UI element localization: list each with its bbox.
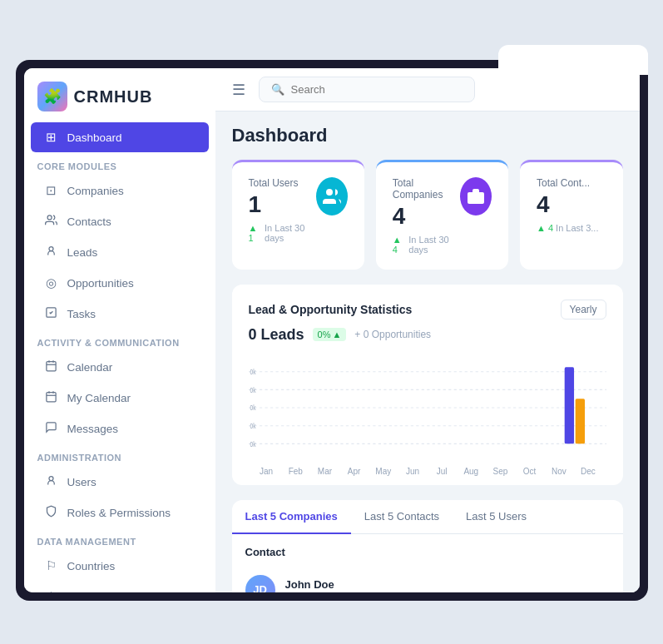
stat-label: Total Users	[249, 177, 316, 189]
stat-card-total-contacts: Total Cont... 4 ▲ 4 In Last 3...	[520, 160, 622, 270]
svg-point-1	[49, 247, 53, 251]
contact-info: John Doe john.doe@2tinteractive.com	[285, 578, 610, 592]
chart-x-labels: Jan Feb Mar Apr May Jun Jul Aug Sep Oct …	[249, 467, 606, 476]
page-body: Dashboard Total Users 1 ▲ 1 In Last 30 d…	[215, 111, 640, 592]
x-label-nov: Nov	[544, 467, 573, 476]
tab-last5companies[interactable]: Last 5 Companies	[232, 500, 351, 534]
chart-header: Lead & Opportunity Statistics Yearly	[249, 300, 606, 320]
chart-section: Lead & Opportunity Statistics Yearly 0 L…	[232, 285, 623, 485]
sidebar-item-companies[interactable]: ⊡ Companies	[31, 176, 209, 206]
tab-last5users[interactable]: Last 5 Users	[453, 500, 540, 534]
roles-icon	[44, 505, 59, 520]
chart-filter-dropdown[interactable]: Yearly	[561, 300, 606, 320]
svg-text:0k: 0k	[250, 439, 255, 448]
svg-text:0k: 0k	[250, 368, 255, 376]
svg-text:0k: 0k	[250, 422, 255, 430]
svg-rect-7	[47, 393, 56, 402]
search-bar[interactable]: 🔍	[259, 77, 475, 102]
stat-icon	[460, 177, 492, 215]
search-input[interactable]	[291, 83, 463, 96]
sidebar-item-countries[interactable]: ⚐ Countries	[31, 551, 209, 581]
svg-rect-27	[575, 399, 584, 443]
chart-leads-row: 0 Leads 0% ▲ + 0 Opportunities	[249, 326, 606, 344]
tasks-icon	[44, 306, 59, 321]
tabs-header: Last 5 Companies Last 5 Contacts Last 5 …	[232, 500, 623, 534]
sidebar-item-label: Opportunities	[67, 277, 134, 290]
x-label-jan: Jan	[252, 467, 281, 476]
tab-last5contacts[interactable]: Last 5 Contacts	[351, 500, 453, 534]
opportunities-count: + 0 Opportunities	[354, 329, 431, 340]
stat-trend: ▲ 1 In Last 30 days	[249, 223, 316, 243]
section-administration: Administration	[24, 444, 215, 466]
x-label-feb: Feb	[281, 467, 310, 476]
main-content: ☰ 🔍 Dashboard Total Users 1	[215, 68, 640, 592]
users-icon	[44, 474, 59, 489]
svg-point-12	[326, 189, 333, 196]
sidebar-item-label: Messages	[67, 423, 119, 435]
x-label-jul: Jul	[428, 467, 457, 476]
sidebar-item-calendar[interactable]: Calendar	[31, 352, 209, 382]
stat-label: Total Companies	[393, 177, 460, 201]
stat-value: 1	[249, 192, 316, 218]
sidebar-item-tasks[interactable]: Tasks	[31, 299, 209, 329]
sidebar-item-label: Users	[67, 476, 96, 488]
sidebar-item-label: Dashboard	[67, 131, 122, 144]
sidebar-item-opportunities[interactable]: ◎ Opportunities	[31, 268, 209, 298]
x-label-sep: Sep	[486, 467, 515, 476]
svg-rect-3	[47, 362, 56, 371]
topbar: ☰ 🔍	[215, 68, 640, 111]
logo-icon: 🧩	[37, 82, 67, 111]
sidebar-item-label: My Calendar	[67, 392, 131, 404]
calendar-icon	[44, 359, 59, 374]
sidebar-item-industries[interactable]: ✳ Industries	[31, 582, 209, 592]
sidebar-item-label: Countries	[67, 560, 116, 572]
sidebar-item-label: Roles & Permissions	[67, 507, 171, 519]
leads-icon	[44, 245, 59, 260]
x-label-jun: Jun	[398, 467, 427, 476]
x-label-dec: Dec	[573, 467, 602, 476]
my-calendar-icon	[44, 390, 59, 405]
sidebar-item-label: Companies	[67, 185, 124, 197]
x-label-may: May	[369, 467, 398, 476]
chart-title: Lead & Opportunity Statistics	[249, 303, 413, 316]
stat-cards-row: Total Users 1 ▲ 1 In Last 30 days	[232, 160, 623, 270]
search-icon: 🔍	[271, 83, 284, 96]
sidebar: 🧩 CRMHUB ⊞ Dashboard Core Modules ⊡ Comp…	[24, 68, 215, 592]
sidebar-item-messages[interactable]: Messages	[31, 414, 209, 443]
contact-item: JD John Doe john.doe@2tinteractive.com	[245, 568, 610, 592]
contact-email: john.doe@2tinteractive.com	[285, 591, 610, 592]
x-label-mar: Mar	[310, 467, 339, 476]
sidebar-item-my-calendar[interactable]: My Calendar	[31, 383, 209, 413]
leads-badge: 0% ▲	[313, 328, 347, 341]
sidebar-item-label: Industries	[67, 591, 116, 593]
section-data-management: Data Management	[24, 528, 215, 550]
hamburger-button[interactable]: ☰	[232, 81, 245, 99]
sidebar-item-label: Leads	[67, 246, 98, 259]
x-label-apr: Apr	[339, 467, 369, 476]
companies-icon: ⊡	[44, 183, 59, 198]
countries-icon: ⚐	[44, 558, 59, 573]
contacts-icon	[44, 214, 59, 229]
sidebar-item-dashboard[interactable]: ⊞ Dashboard	[31, 122, 209, 152]
sidebar-item-leads[interactable]: Leads	[31, 237, 209, 267]
sidebar-item-contacts[interactable]: Contacts	[31, 206, 209, 236]
svg-text:0k: 0k	[250, 385, 255, 394]
stat-card-total-companies: Total Companies 4 ▲ 4 In Last 30 days	[376, 160, 508, 270]
screen-wrapper: 🧩 CRMHUB ⊞ Dashboard Core Modules ⊡ Comp…	[16, 60, 648, 601]
section-core-modules: Core Modules	[24, 153, 215, 175]
svg-text:0k: 0k	[250, 404, 255, 412]
sidebar-item-label: Calendar	[67, 361, 113, 374]
x-label-oct: Oct	[515, 467, 544, 476]
stat-card-total-users: Total Users 1 ▲ 1 In Last 30 days	[232, 160, 364, 270]
x-label-aug: Aug	[457, 467, 486, 476]
stat-value: 4	[393, 204, 460, 230]
sidebar-item-roles[interactable]: Roles & Permissions	[31, 498, 209, 528]
tabs-body: Contact JD John Doe john.doe@2tinteracti…	[232, 534, 623, 592]
contact-name: John Doe	[285, 578, 610, 591]
chart-svg: 0k 0k 0k 0k 0k	[249, 354, 606, 462]
tabs-section: Last 5 Companies Last 5 Contacts Last 5 …	[232, 500, 623, 592]
svg-point-11	[49, 477, 53, 481]
sidebar-item-users[interactable]: Users	[31, 467, 209, 497]
industries-icon: ✳	[44, 589, 59, 592]
sidebar-item-label: Contacts	[67, 215, 111, 228]
